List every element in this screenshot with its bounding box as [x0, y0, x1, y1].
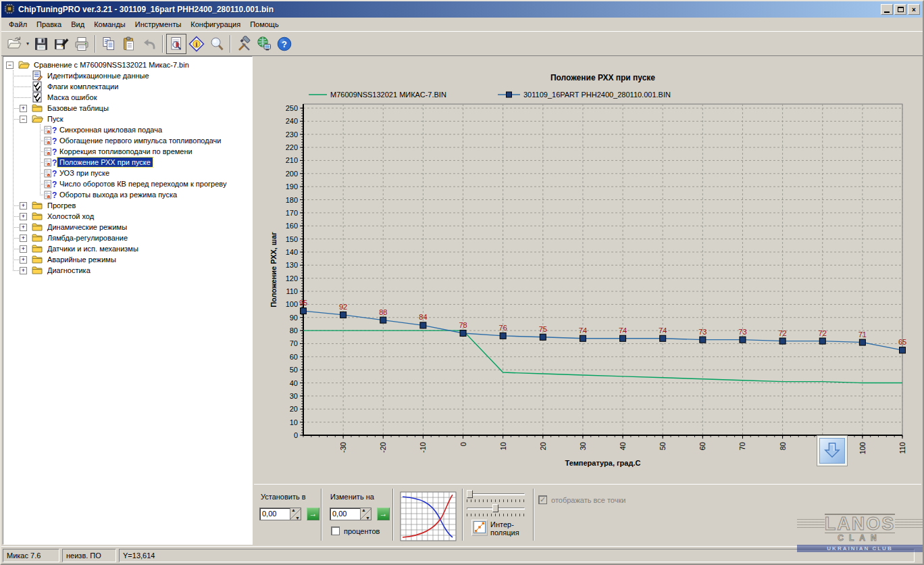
menu-item-файл[interactable]: Файл — [4, 19, 32, 30]
menu-item-инструменты[interactable]: Инструменты — [130, 19, 186, 30]
info-button[interactable]: i — [186, 34, 207, 54]
tree-item-label[interactable]: Динамические режимы — [45, 222, 129, 232]
x-tick-label: 20 — [539, 442, 547, 450]
set-to-label: Установить в — [261, 493, 306, 501]
tree-item-label[interactable]: Холостой ход — [45, 212, 96, 221]
tree-item-label[interactable]: Лямбда-регулирование — [45, 233, 130, 243]
show-all-points-label: отображать все точки — [551, 496, 625, 504]
apply-down-button[interactable] — [817, 435, 848, 466]
minimize-button[interactable] — [881, 4, 893, 15]
undo-button[interactable] — [139, 34, 159, 54]
tree-row: a?Коррекция топливоподачи по времени — [3, 146, 252, 157]
svg-text:?: ? — [52, 180, 57, 189]
x-tick-label: 110 — [898, 442, 906, 454]
tree-item-label[interactable]: Флаги комплектации — [45, 82, 120, 91]
search-button[interactable] — [207, 34, 227, 54]
set-to-spinner[interactable]: ▲▼ — [290, 508, 301, 520]
menu-item-помощь[interactable]: Помощь — [245, 19, 284, 30]
tree-row: −Сравнение с M76009NSS132021 Микас-7.bin — [3, 59, 252, 70]
change-by-value: 0,00 — [332, 510, 346, 518]
expand-toggle[interactable]: + — [20, 245, 27, 253]
collapse-toggle[interactable]: − — [20, 116, 27, 123]
tree-item-label[interactable]: Положение РХХ при пуске — [57, 157, 153, 167]
svg-text:?: ? — [52, 158, 57, 168]
tree-item-label[interactable]: Датчики и исп. механизмы — [45, 244, 140, 253]
data-point-marker — [540, 334, 546, 340]
expand-toggle[interactable]: + — [20, 224, 27, 231]
data-point-label: 74 — [619, 326, 627, 335]
show-all-points-checkbox[interactable]: ✓ — [538, 495, 547, 504]
expand-toggle[interactable]: + — [20, 256, 27, 264]
tree-item-label[interactable]: Сравнение с M76009NSS132021 Микас-7.bin — [32, 60, 191, 70]
tree-item-label[interactable]: Пуск — [45, 114, 66, 124]
tree-item-label[interactable]: Коррекция топливоподачи по времени — [57, 147, 195, 156]
data-point-marker — [859, 339, 865, 345]
y-tick-label: 50 — [290, 366, 298, 374]
interpolation-button[interactable] — [471, 520, 488, 536]
collapse-toggle[interactable]: − — [6, 62, 14, 69]
network-button[interactable] — [254, 34, 274, 54]
menu-item-команды[interactable]: Команды — [89, 19, 130, 30]
menu-item-вид[interactable]: Вид — [66, 19, 89, 30]
menu-item-конфигурация[interactable]: Конфигурация — [186, 19, 245, 30]
tools-button[interactable] — [234, 34, 254, 54]
tree-item-label[interactable]: УОЗ при пуске — [57, 168, 111, 178]
info-icon: i — [188, 36, 205, 52]
paste-button[interactable] — [119, 34, 139, 54]
y-tick-label: 240 — [286, 117, 298, 125]
x-tick-label: -10 — [419, 442, 427, 453]
tree-item-label[interactable]: Синхронная цикловая подача — [57, 125, 164, 134]
expand-toggle[interactable]: + — [20, 202, 27, 210]
set-to-input[interactable]: 0,00 ▲▼ — [259, 508, 301, 520]
y-tick-label: 90 — [290, 314, 298, 322]
expand-toggle[interactable]: + — [20, 213, 27, 220]
tree-item-label[interactable]: Обогащение первого импульса топливоподач… — [57, 136, 223, 145]
data-point-marker — [380, 317, 386, 323]
preview-button[interactable] — [166, 34, 186, 54]
open-dropdown-caret[interactable]: ▾ — [24, 34, 31, 54]
data-point-marker — [301, 308, 307, 314]
tree-row: +Аварийные режимы — [3, 254, 252, 265]
open-button[interactable] — [4, 34, 24, 54]
x-tick-label: 0 — [459, 442, 467, 446]
tree-connector — [13, 76, 32, 76]
tree-item-label[interactable]: Маска ошибок — [45, 93, 99, 102]
toolbar-separator — [162, 35, 163, 53]
slider-smoothing-1[interactable] — [467, 490, 525, 498]
slider-smoothing-2[interactable] — [467, 504, 525, 512]
folder-closed-icon — [32, 265, 43, 277]
close-button[interactable]: × — [908, 4, 920, 15]
expand-toggle[interactable]: + — [20, 105, 27, 112]
change-by-apply-button[interactable]: → — [377, 508, 390, 520]
line-chart[interactable]: 0102030405060708090100110120130140150160… — [254, 56, 924, 484]
save-as-button[interactable] — [51, 34, 72, 54]
tree-item-label[interactable]: Диагностика — [45, 266, 93, 275]
x-tick-label: 40 — [619, 442, 627, 450]
tree-item-label[interactable]: Идентификационные данные — [45, 71, 151, 80]
status-bar: Микас 7.6неизв. ПОY=13,614 — [1, 546, 923, 564]
tree-item-label[interactable]: Аварийные режимы — [45, 255, 118, 264]
change-by-spinner[interactable]: ▲▼ — [360, 508, 371, 520]
help-button[interactable]: ? — [274, 34, 294, 54]
expand-toggle[interactable]: + — [20, 267, 27, 274]
save-button[interactable] — [31, 34, 51, 54]
svg-text:?: ? — [52, 169, 57, 178]
change-by-input[interactable]: 0,00 ▲▼ — [330, 508, 371, 520]
copy-button[interactable] — [99, 34, 119, 54]
curves-preview-image — [400, 491, 457, 543]
tree-item-label[interactable]: Обороты выхода из режима пуска — [57, 190, 179, 199]
x-tick-label: 100 — [858, 442, 867, 454]
menu-item-правка[interactable]: Правка — [32, 19, 66, 30]
data-point-label: 75 — [539, 325, 547, 333]
data-point-label: 74 — [579, 326, 587, 335]
tree-connector — [13, 238, 20, 239]
expand-toggle[interactable]: + — [20, 235, 27, 242]
set-to-apply-button[interactable]: → — [307, 508, 319, 520]
tree-item-label[interactable]: Число оборотов КВ перед переходом к прог… — [57, 179, 228, 189]
maximize-button[interactable] — [894, 4, 906, 15]
tree-item-label[interactable]: Прогрев — [45, 201, 78, 210]
data-point-label: 72 — [819, 329, 827, 337]
print-button[interactable] — [72, 34, 92, 54]
tree-item-label[interactable]: Базовые таблицы — [45, 103, 111, 113]
percent-checkbox[interactable] — [331, 526, 340, 535]
